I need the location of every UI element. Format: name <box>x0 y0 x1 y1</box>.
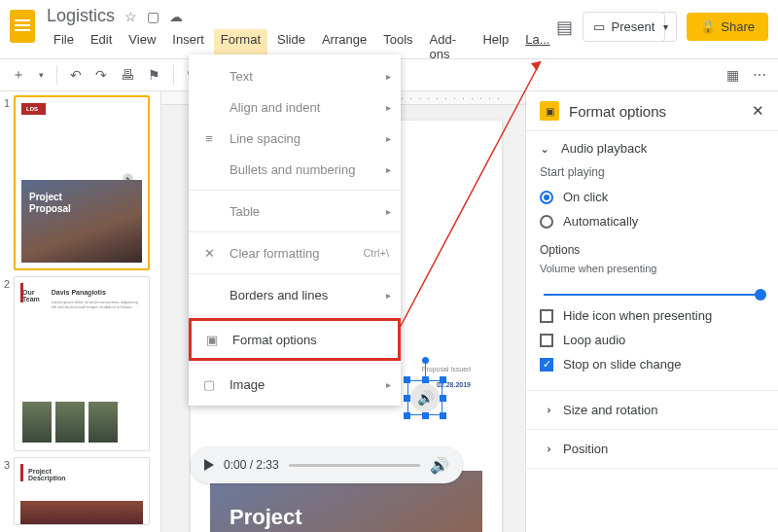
menu-file[interactable]: File <box>47 29 81 64</box>
start-playing-label: Start playing <box>540 165 764 179</box>
audio-object-selected[interactable]: 🔊 <box>407 380 442 415</box>
chevron-right-icon: ⌄ <box>540 406 553 415</box>
slide-thumb-1[interactable]: LDS 🔊 Project Proposal <box>14 95 150 270</box>
thumb-number: 3 <box>4 457 14 525</box>
slide-thumbnails: 1 LDS 🔊 Project Proposal 2 Our Team <box>0 91 161 532</box>
resize-handle[interactable] <box>422 412 429 419</box>
radio-on-click[interactable]: On click <box>540 185 764 209</box>
volume-slider[interactable] <box>544 294 760 296</box>
resize-handle[interactable] <box>404 395 410 402</box>
lock-icon: 🔒 <box>700 19 716 34</box>
format-options-icon: ▣ <box>203 333 221 347</box>
size-rotation-section[interactable]: ⌄ Size and rotation <box>526 391 778 430</box>
check-loop-audio[interactable]: Loop audio <box>540 328 764 352</box>
checkbox-icon <box>540 309 553 323</box>
submenu-arrow-icon: ▸ <box>386 379 391 390</box>
present-dropdown[interactable]: ▾ <box>655 12 677 42</box>
audio-player: 0:00 / 2:33 🔊 <box>191 446 463 483</box>
options-label: Options <box>540 243 764 257</box>
radio-icon <box>540 191 553 204</box>
rotate-handle[interactable] <box>425 363 426 376</box>
submenu-arrow-icon: ▸ <box>386 290 391 301</box>
new-slide-button[interactable]: ＋ <box>8 62 29 88</box>
redo-button[interactable]: ↷ <box>91 63 111 87</box>
new-slide-caret[interactable]: ▾ <box>35 66 48 84</box>
speaker-icon: 🔊 <box>410 383 440 412</box>
menu-text[interactable]: Text▸ <box>189 60 401 91</box>
player-time: 0:00 / 2:33 <box>224 458 279 472</box>
format-options-icon: ▣ <box>540 101 559 121</box>
clear-format-icon: ✕ <box>200 246 218 261</box>
checkbox-icon <box>540 358 553 372</box>
format-menu-dropdown: Text▸ Align and indent▸ ≡Line spacing▸ B… <box>189 54 401 406</box>
more-button[interactable]: ⋯ <box>749 63 770 87</box>
menu-table[interactable]: Table▸ <box>189 195 401 227</box>
format-options-panel: ▣ Format options ✕ ⌄ Audio playback Star… <box>525 91 778 532</box>
submenu-arrow-icon: ▸ <box>386 102 391 113</box>
present-icon: ▭ <box>593 19 605 34</box>
submenu-arrow-icon: ▸ <box>386 71 391 82</box>
thumb-number: 1 <box>4 95 14 270</box>
slides-logo[interactable] <box>10 10 35 43</box>
panel-title: Format options <box>569 103 666 120</box>
meta-label: Proposal Issued <box>422 366 471 372</box>
menu-format-options[interactable]: ▣Format options <box>189 318 401 361</box>
seek-bar[interactable] <box>289 464 420 467</box>
header: Logistics ☆ ▢ ☁ File Edit View Insert Fo… <box>0 0 778 58</box>
layout-button[interactable]: ▦ <box>723 63 743 87</box>
checkbox-icon <box>540 334 553 347</box>
doc-title[interactable]: Logistics <box>47 6 115 26</box>
volume-icon[interactable]: 🔊 <box>430 456 449 475</box>
paint-format-button[interactable]: ⚑ <box>144 63 164 87</box>
share-button[interactable]: 🔒 Share <box>687 13 768 41</box>
check-stop-change[interactable]: Stop on slide change <box>540 352 764 376</box>
resize-handle[interactable] <box>440 376 446 383</box>
position-section[interactable]: ⌄ Position <box>526 430 778 469</box>
cloud-icon[interactable]: ☁ <box>169 9 183 24</box>
check-hide-icon[interactable]: Hide icon when presenting <box>540 303 764 328</box>
chevron-right-icon: ⌄ <box>540 444 553 454</box>
menu-clear-formatting[interactable]: ✕Clear formattingCtrl+\ <box>189 237 401 268</box>
close-button[interactable]: ✕ <box>752 102 764 120</box>
play-button[interactable] <box>204 459 214 471</box>
slide-thumb-3[interactable]: Project Description <box>14 457 150 525</box>
menu-bullets[interactable]: Bullets and numbering▸ <box>189 154 401 185</box>
menu-edit[interactable]: Edit <box>84 29 119 64</box>
print-button[interactable]: 🖶 <box>117 63 138 87</box>
move-icon[interactable]: ▢ <box>147 9 159 24</box>
submenu-arrow-icon: ▸ <box>386 206 391 217</box>
menu-line-spacing[interactable]: ≡Line spacing▸ <box>189 123 401 154</box>
menu-image[interactable]: ▢Image▸ <box>189 369 401 400</box>
submenu-arrow-icon: ▸ <box>386 133 391 144</box>
line-spacing-icon: ≡ <box>200 131 218 146</box>
menu-align-indent[interactable]: Align and indent▸ <box>189 91 401 123</box>
radio-automatically[interactable]: Automatically <box>540 209 764 233</box>
resize-handle[interactable] <box>404 376 410 383</box>
submenu-arrow-icon: ▸ <box>386 164 391 175</box>
image-icon: ▢ <box>200 377 218 392</box>
radio-icon <box>540 215 553 229</box>
menu-last[interactable]: La... <box>518 29 556 64</box>
thumb-number: 2 <box>4 276 14 451</box>
present-button[interactable]: ▭ Present <box>583 12 665 42</box>
undo-button[interactable]: ↶ <box>66 63 86 87</box>
menu-addons[interactable]: Add-ons <box>423 29 474 64</box>
resize-handle[interactable] <box>440 412 446 419</box>
volume-label: Volume when presenting <box>540 263 764 274</box>
star-icon[interactable]: ☆ <box>124 9 137 24</box>
thumb-lds-badge: LDS <box>21 103 46 115</box>
menu-help[interactable]: Help <box>476 29 515 64</box>
resize-handle[interactable] <box>422 376 429 383</box>
menu-view[interactable]: View <box>122 29 162 64</box>
comments-icon[interactable]: ▤ <box>556 17 573 38</box>
audio-playback-section[interactable]: ⌄ Audio playback <box>540 141 764 156</box>
resize-handle[interactable] <box>404 412 410 419</box>
slide-thumb-2[interactable]: Our Team Davis Panagiotis Lorem ipsum do… <box>14 276 150 451</box>
menu-borders-lines[interactable]: Borders and lines▸ <box>189 279 401 310</box>
resize-handle[interactable] <box>440 395 446 402</box>
chevron-down-icon: ⌄ <box>540 142 549 156</box>
